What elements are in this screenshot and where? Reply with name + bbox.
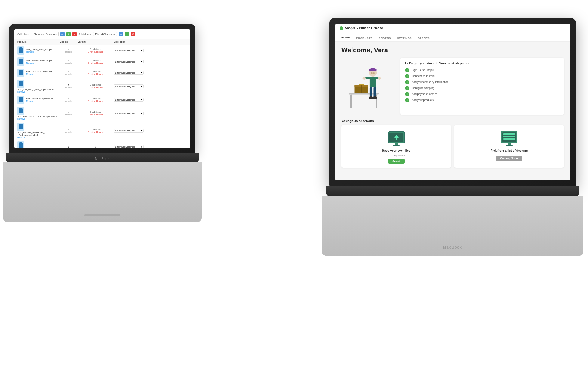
row-collection-dropdown[interactable]: Showcase Designers ▾ <box>114 84 144 88</box>
step-label: Add your company information <box>412 81 448 84</box>
svg-rect-31 <box>503 138 515 140</box>
upload-icon <box>386 129 407 147</box>
nav-settings[interactable]: SETTINGS <box>397 37 412 41</box>
laptop-front: Shop3D - Print on Demand HOME PRODUCTS O… <box>329 18 576 246</box>
published-count: 0 published <box>90 111 101 113</box>
app-title: Shop3D - Print on Demand <box>345 26 383 30</box>
laptop-back-screen-outer: Collections: Showcase Designers ✏ + ✕ Su… <box>9 24 195 153</box>
nav-orders[interactable]: ORDERS <box>379 37 391 41</box>
nav-stores[interactable]: STORES <box>418 37 430 41</box>
svg-point-20 <box>373 72 375 74</box>
product-name-cell: STL_lizard_Supported.stl Remove <box>26 97 53 102</box>
laptop-back-base <box>6 153 199 162</box>
product-name-cell: STI_Zama_Bust_Suppor... Remove <box>26 48 54 53</box>
remove-link[interactable]: Remove <box>17 91 54 93</box>
shortcut-own-files-label: Have your own files <box>382 149 411 152</box>
remove-link[interactable]: Remove <box>26 100 53 102</box>
models-cell: 1 models <box>60 48 78 53</box>
row-collection-dropdown[interactable]: Showcase Designers ▾ <box>114 129 144 133</box>
product-cell: STL_Forest_Wolf_Suppo... Remove <box>17 57 60 66</box>
not-published-count: 0 not published <box>88 62 103 64</box>
designs-icon <box>499 129 520 147</box>
remove-link[interactable]: Remove <box>26 73 56 75</box>
nav-products[interactable]: PRODUCTS <box>356 37 373 41</box>
subfolders-dropdown[interactable]: Printed Obsession <box>93 32 117 36</box>
row-collection-dropdown[interactable]: Showcase Designers ▾ <box>114 49 144 52</box>
models-label: models <box>60 114 78 116</box>
edit-subfolder-icon[interactable]: ✏ <box>119 32 123 36</box>
variant-cell: 0 published 0 not published <box>78 48 114 53</box>
step-check-icon <box>405 86 409 90</box>
upload-icon-container <box>386 129 407 147</box>
models-label: models <box>60 73 78 75</box>
nav-home[interactable]: HOME <box>341 36 350 41</box>
row-collection-dropdown[interactable]: Showcase Designers ▾ <box>114 112 144 115</box>
steps-panel: Let's get you started. Your next steps a… <box>400 58 564 115</box>
variant-cell: 0 <box>78 145 114 148</box>
table-row: STL_Fire_Titan_-_Full_Supported.stl Remo… <box>14 105 190 121</box>
remove-link[interactable]: Remove <box>17 118 57 120</box>
step-check-icon <box>405 80 409 84</box>
published-count: 0 published <box>90 70 101 73</box>
svg-point-18 <box>373 96 377 99</box>
svg-rect-6 <box>359 84 364 85</box>
not-published-count: 0 not published <box>88 86 103 89</box>
row-collection-dropdown[interactable]: Showcase Designers ▾ <box>114 98 144 102</box>
delete-subfolder-icon[interactable]: ✕ <box>131 32 135 36</box>
models-count: 1 <box>60 128 78 131</box>
not-published-count: 0 not published <box>88 73 103 75</box>
published-count: 0 <box>95 145 96 148</box>
col-collection: Collection <box>114 41 144 43</box>
not-published-count: 0 not published <box>88 131 103 133</box>
table-header: Product Models Variant Collection <box>14 39 190 45</box>
step-label: Connect your store <box>412 75 435 78</box>
collections-dropdown[interactable]: Showcase Designers <box>32 32 58 36</box>
product-name: STL_Oni_Girl_-_Full_supported.stl <box>17 88 54 91</box>
table-row: STI_Zama_Bust_Suppor... Remove 1 models <box>14 45 190 56</box>
delete-collection-icon[interactable]: ✕ <box>72 32 77 36</box>
laptop-front-base <box>326 186 579 196</box>
add-collection-icon[interactable]: + <box>66 32 71 36</box>
coming-soon-button[interactable]: Coming Soon <box>496 156 522 161</box>
product-cell: STL_Female_Barbarian_-_Full_supported.st… <box>17 123 60 139</box>
step-item: Add your company information <box>405 80 559 84</box>
product-name-cell: STL_Oni_Girl_-_Full_supported.stl Remove <box>17 88 54 93</box>
table-row: STL_lizard_Supported.stl Remove 1 models <box>14 94 190 105</box>
add-subfolder-icon[interactable]: + <box>125 32 129 36</box>
product-name: STL_ROUS_Summoner_,... <box>26 70 56 73</box>
edit-collection-icon[interactable]: ✏ <box>60 32 65 36</box>
illustration-area <box>341 58 396 115</box>
remove-link[interactable]: Remove <box>26 62 55 64</box>
models-count: 1 <box>60 59 78 62</box>
laptop-back-keyboard <box>3 162 202 222</box>
models-count: 1 <box>60 48 78 51</box>
product-cell: STL_ROUS_Summoner_,... Remove <box>17 69 60 77</box>
product-cell: STL_Oni_Girl_-_Full_supported.stl Remove <box>17 80 60 93</box>
row-collection-dropdown[interactable]: Showcase Designers ▾ <box>114 60 144 63</box>
row-collection-dropdown[interactable]: Showcase Designers ▾ <box>114 71 144 75</box>
app-nav: HOME PRODUCTS ORDERS SETTINGS STORES <box>335 32 570 42</box>
models-cell: 1 models <box>60 84 78 89</box>
svg-rect-33 <box>506 145 513 146</box>
laptop-front-screen-outer: Shop3D - Print on Demand HOME PRODUCTS O… <box>329 18 576 186</box>
remove-link[interactable]: Remove <box>17 136 60 139</box>
svg-rect-16 <box>374 87 376 98</box>
product-thumb <box>17 69 24 77</box>
select-button[interactable]: Select <box>388 159 405 164</box>
svg-rect-15 <box>370 87 372 98</box>
step-label: Add payment method <box>412 93 438 96</box>
col-extra <box>144 41 156 43</box>
products-header: Collections: Showcase Designers ✏ + ✕ Su… <box>14 29 190 39</box>
models-cell: 1 <box>60 145 78 148</box>
product-thumb <box>17 96 24 104</box>
models-count: 1 <box>60 145 78 148</box>
remove-link[interactable]: Remove <box>26 51 54 53</box>
product-cell: STL_Fire_Titan_-_Full_Supported.stl Remo… <box>17 107 60 120</box>
shortcut-card-own-files: Have your own files 314 live products Se… <box>341 125 451 168</box>
col-variant: Variant <box>78 41 114 43</box>
row-collection-dropdown[interactable]: Showcase Designers ▾ <box>114 145 144 148</box>
product-thumb <box>17 80 24 88</box>
shortcuts-grid: Have your own files 314 live products Se… <box>341 125 564 168</box>
product-thumb <box>17 141 24 148</box>
step-label: Configure shipping <box>412 87 434 90</box>
